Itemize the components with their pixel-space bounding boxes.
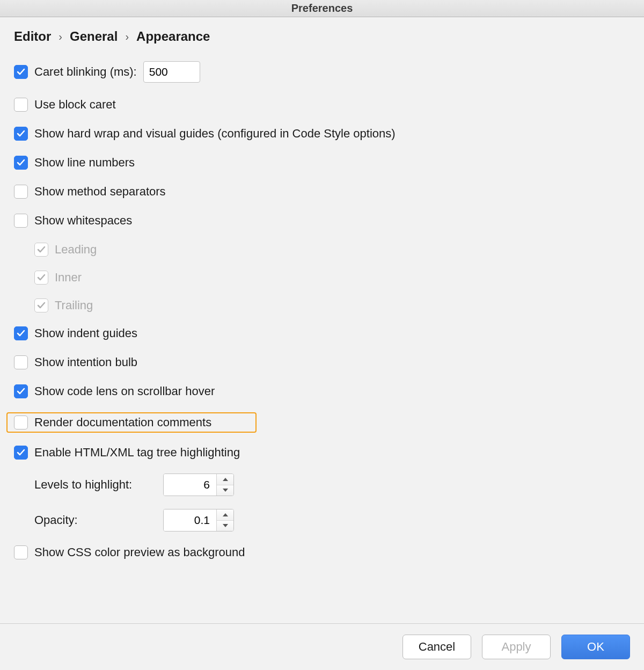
stepper-up-icon[interactable] [217, 474, 233, 485]
checkbox-use-block-caret[interactable] [14, 98, 28, 112]
row-show-code-lens: Show code lens on scrollbar hover [14, 383, 630, 399]
svg-marker-2 [223, 513, 228, 516]
stepper-levels[interactable] [163, 474, 234, 496]
breadcrumb-general[interactable]: General [70, 29, 118, 44]
checkbox-show-method-separators[interactable] [14, 185, 28, 199]
label-caret-blinking: Caret blinking (ms): [34, 65, 137, 79]
label-ws-inner: Inner [55, 271, 82, 285]
row-ws-trailing: Trailing [34, 297, 630, 314]
checkbox-show-hard-wrap[interactable] [14, 127, 28, 141]
dialog-footer: Cancel Apply OK [0, 623, 644, 670]
checkbox-caret-blinking[interactable] [14, 65, 28, 79]
row-show-method-separators: Show method separators [14, 184, 630, 200]
stepper-opacity[interactable] [163, 509, 234, 531]
breadcrumb-editor[interactable]: Editor [14, 29, 51, 44]
window-title: Preferences [291, 2, 353, 14]
checkbox-show-indent-guides[interactable] [14, 326, 28, 340]
checkbox-show-intention-bulb[interactable] [14, 355, 28, 369]
checkbox-show-css-preview[interactable] [14, 545, 28, 559]
chevron-right-icon: › [58, 31, 62, 43]
input-opacity[interactable] [164, 509, 216, 531]
row-opacity: Opacity: [34, 509, 630, 531]
row-show-whitespaces: Show whitespaces [14, 213, 630, 229]
label-show-intention-bulb: Show intention bulb [34, 355, 137, 369]
breadcrumb: Editor › General › Appearance [14, 29, 630, 44]
label-ws-trailing: Trailing [55, 298, 93, 312]
row-show-indent-guides: Show indent guides [14, 325, 630, 341]
row-show-intention-bulb: Show intention bulb [14, 354, 630, 370]
row-show-line-numbers: Show line numbers [14, 155, 630, 171]
svg-marker-0 [223, 478, 228, 481]
svg-marker-1 [223, 489, 228, 492]
stepper-down-icon[interactable] [217, 485, 233, 496]
input-caret-blinking-ms[interactable] [143, 61, 200, 83]
row-ws-inner: Inner [34, 270, 630, 286]
checkbox-show-code-lens[interactable] [14, 384, 28, 398]
label-show-method-separators: Show method separators [34, 185, 166, 199]
row-show-css-preview: Show CSS color preview as background [14, 544, 630, 560]
breadcrumb-appearance[interactable]: Appearance [136, 29, 210, 44]
cancel-button[interactable]: Cancel [402, 635, 471, 659]
row-enable-tag-tree: Enable HTML/XML tag tree highlighting [14, 445, 630, 461]
label-show-line-numbers: Show line numbers [34, 156, 135, 170]
row-render-docs: Render documentation comments [6, 412, 257, 433]
checkbox-ws-leading [34, 243, 48, 257]
row-show-hard-wrap: Show hard wrap and visual guides (config… [14, 126, 630, 142]
input-levels-to-highlight[interactable] [164, 474, 216, 496]
row-caret-blinking: Caret blinking (ms): [14, 60, 630, 84]
checkbox-show-whitespaces[interactable] [14, 214, 28, 228]
whitespace-sublist: Leading Inner Trailing [34, 242, 630, 314]
label-show-indent-guides: Show indent guides [34, 326, 137, 340]
checkbox-ws-trailing [34, 298, 48, 312]
stepper-down-icon[interactable] [217, 521, 233, 531]
label-render-docs: Render documentation comments [34, 416, 211, 429]
window-titlebar: Preferences [0, 0, 644, 17]
checkbox-render-docs[interactable] [14, 416, 28, 429]
label-opacity: Opacity: [34, 513, 157, 527]
label-use-block-caret: Use block caret [34, 98, 116, 112]
label-show-css-preview: Show CSS color preview as background [34, 545, 245, 559]
label-show-whitespaces: Show whitespaces [34, 214, 132, 228]
checkbox-show-line-numbers[interactable] [14, 156, 28, 170]
chevron-right-icon: › [125, 31, 129, 43]
row-ws-leading: Leading [34, 242, 630, 258]
checkbox-enable-tag-tree[interactable] [14, 446, 28, 460]
ok-button[interactable]: OK [561, 635, 630, 659]
row-use-block-caret: Use block caret [14, 97, 630, 113]
label-levels-to-highlight: Levels to highlight: [34, 478, 157, 492]
label-show-hard-wrap: Show hard wrap and visual guides (config… [34, 127, 396, 141]
preferences-content: Editor › General › Appearance Caret blin… [0, 17, 644, 623]
svg-marker-3 [223, 524, 228, 527]
checkbox-ws-inner [34, 271, 48, 285]
label-ws-leading: Leading [55, 243, 97, 257]
label-enable-tag-tree: Enable HTML/XML tag tree highlighting [34, 446, 240, 460]
stepper-up-icon[interactable] [217, 509, 233, 521]
apply-button[interactable]: Apply [482, 635, 551, 659]
row-levels-to-highlight: Levels to highlight: [34, 474, 630, 496]
label-show-code-lens: Show code lens on scrollbar hover [34, 384, 215, 398]
